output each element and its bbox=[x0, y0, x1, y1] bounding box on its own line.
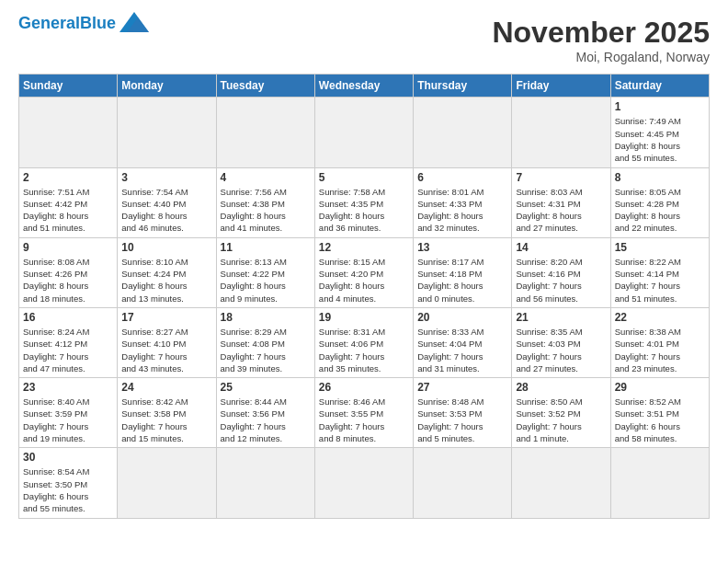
calendar-cell: 11Sunrise: 8:13 AM Sunset: 4:22 PM Dayli… bbox=[216, 237, 314, 307]
day-info: Sunrise: 8:27 AM Sunset: 4:10 PM Dayligh… bbox=[121, 326, 211, 374]
calendar-cell: 3Sunrise: 7:54 AM Sunset: 4:40 PM Daylig… bbox=[118, 167, 216, 237]
calendar-cell: 13Sunrise: 8:17 AM Sunset: 4:18 PM Dayli… bbox=[414, 237, 512, 307]
day-number: 22 bbox=[615, 311, 705, 324]
day-number: 24 bbox=[121, 381, 211, 394]
day-number: 26 bbox=[319, 381, 409, 394]
calendar-cell bbox=[314, 448, 413, 518]
weekday-header: Tuesday bbox=[216, 75, 314, 98]
calendar-week: 1Sunrise: 7:49 AM Sunset: 4:45 PM Daylig… bbox=[19, 98, 710, 167]
day-info: Sunrise: 8:10 AM Sunset: 4:24 PM Dayligh… bbox=[121, 256, 211, 304]
day-info: Sunrise: 8:24 AM Sunset: 4:12 PM Dayligh… bbox=[23, 326, 113, 374]
day-info: Sunrise: 8:52 AM Sunset: 3:51 PM Dayligh… bbox=[615, 396, 705, 444]
day-number: 13 bbox=[417, 241, 507, 254]
day-number: 23 bbox=[23, 381, 113, 394]
calendar-cell bbox=[19, 98, 118, 167]
day-number: 8 bbox=[615, 171, 705, 184]
calendar-week: 16Sunrise: 8:24 AM Sunset: 4:12 PM Dayli… bbox=[19, 307, 710, 377]
day-number: 28 bbox=[516, 381, 606, 394]
calendar-cell: 16Sunrise: 8:24 AM Sunset: 4:12 PM Dayli… bbox=[19, 307, 118, 377]
day-number: 16 bbox=[23, 311, 113, 324]
day-number: 17 bbox=[121, 311, 211, 324]
calendar-cell: 9Sunrise: 8:08 AM Sunset: 4:26 PM Daylig… bbox=[19, 237, 118, 307]
calendar-cell: 6Sunrise: 8:01 AM Sunset: 4:33 PM Daylig… bbox=[414, 167, 512, 237]
logo-icon bbox=[119, 12, 149, 32]
calendar-cell bbox=[610, 448, 709, 518]
day-info: Sunrise: 8:13 AM Sunset: 4:22 PM Dayligh… bbox=[221, 256, 311, 304]
day-info: Sunrise: 8:20 AM Sunset: 4:16 PM Dayligh… bbox=[516, 256, 606, 304]
day-number: 15 bbox=[615, 241, 705, 254]
logo-blue: Blue bbox=[80, 14, 116, 32]
calendar-cell bbox=[414, 448, 512, 518]
day-number: 20 bbox=[417, 311, 507, 324]
calendar-cell: 25Sunrise: 8:44 AM Sunset: 3:56 PM Dayli… bbox=[216, 378, 314, 448]
weekday-header: Monday bbox=[118, 75, 216, 98]
calendar-cell: 12Sunrise: 8:15 AM Sunset: 4:20 PM Dayli… bbox=[314, 237, 413, 307]
day-info: Sunrise: 8:46 AM Sunset: 3:55 PM Dayligh… bbox=[319, 396, 409, 444]
day-number: 10 bbox=[121, 241, 211, 254]
calendar-cell: 26Sunrise: 8:46 AM Sunset: 3:55 PM Dayli… bbox=[314, 378, 413, 448]
calendar-cell: 7Sunrise: 8:03 AM Sunset: 4:31 PM Daylig… bbox=[512, 167, 610, 237]
calendar-cell: 28Sunrise: 8:50 AM Sunset: 3:52 PM Dayli… bbox=[512, 378, 610, 448]
calendar-week: 30Sunrise: 8:54 AM Sunset: 3:50 PM Dayli… bbox=[19, 448, 710, 518]
logo-general: General bbox=[18, 14, 80, 32]
weekday-row: SundayMondayTuesdayWednesdayThursdayFrid… bbox=[19, 75, 710, 98]
day-number: 7 bbox=[516, 171, 606, 184]
calendar-cell: 22Sunrise: 8:38 AM Sunset: 4:01 PM Dayli… bbox=[610, 307, 709, 377]
calendar-cell: 30Sunrise: 8:54 AM Sunset: 3:50 PM Dayli… bbox=[19, 448, 118, 518]
calendar-cell: 14Sunrise: 8:20 AM Sunset: 4:16 PM Dayli… bbox=[512, 237, 610, 307]
calendar-cell: 18Sunrise: 8:29 AM Sunset: 4:08 PM Dayli… bbox=[216, 307, 314, 377]
day-number: 12 bbox=[319, 241, 409, 254]
calendar-cell: 8Sunrise: 8:05 AM Sunset: 4:28 PM Daylig… bbox=[610, 167, 709, 237]
calendar-cell: 1Sunrise: 7:49 AM Sunset: 4:45 PM Daylig… bbox=[610, 98, 709, 167]
day-info: Sunrise: 8:54 AM Sunset: 3:50 PM Dayligh… bbox=[23, 465, 113, 514]
calendar-cell bbox=[512, 448, 610, 518]
day-info: Sunrise: 7:51 AM Sunset: 4:42 PM Dayligh… bbox=[23, 186, 113, 235]
calendar-cell bbox=[118, 448, 216, 518]
calendar-week: 9Sunrise: 8:08 AM Sunset: 4:26 PM Daylig… bbox=[19, 237, 710, 307]
calendar-cell bbox=[314, 98, 413, 167]
header: GeneralBlue November 2025 Moi, Rogaland,… bbox=[18, 15, 710, 64]
day-number: 25 bbox=[221, 381, 311, 394]
day-number: 3 bbox=[121, 171, 211, 184]
calendar-cell bbox=[216, 98, 314, 167]
day-info: Sunrise: 7:56 AM Sunset: 4:38 PM Dayligh… bbox=[221, 186, 311, 235]
day-info: Sunrise: 8:05 AM Sunset: 4:28 PM Dayligh… bbox=[615, 186, 705, 235]
day-info: Sunrise: 8:08 AM Sunset: 4:26 PM Dayligh… bbox=[23, 256, 113, 304]
day-number: 14 bbox=[516, 241, 606, 254]
day-info: Sunrise: 7:58 AM Sunset: 4:35 PM Dayligh… bbox=[319, 186, 409, 235]
day-info: Sunrise: 8:22 AM Sunset: 4:14 PM Dayligh… bbox=[615, 256, 705, 304]
day-number: 2 bbox=[23, 171, 113, 184]
day-info: Sunrise: 7:49 AM Sunset: 4:45 PM Dayligh… bbox=[615, 115, 705, 164]
day-number: 18 bbox=[221, 311, 311, 324]
day-info: Sunrise: 8:42 AM Sunset: 3:58 PM Dayligh… bbox=[121, 396, 211, 444]
day-number: 1 bbox=[615, 100, 705, 113]
weekday-header: Sunday bbox=[19, 75, 118, 98]
calendar-cell: 23Sunrise: 8:40 AM Sunset: 3:59 PM Dayli… bbox=[19, 378, 118, 448]
calendar-cell bbox=[216, 448, 314, 518]
calendar-cell: 4Sunrise: 7:56 AM Sunset: 4:38 PM Daylig… bbox=[216, 167, 314, 237]
day-number: 29 bbox=[615, 381, 705, 394]
calendar-cell: 27Sunrise: 8:48 AM Sunset: 3:53 PM Dayli… bbox=[414, 378, 512, 448]
day-info: Sunrise: 8:44 AM Sunset: 3:56 PM Dayligh… bbox=[221, 396, 311, 444]
day-number: 9 bbox=[23, 241, 113, 254]
day-info: Sunrise: 8:01 AM Sunset: 4:33 PM Dayligh… bbox=[417, 186, 507, 235]
calendar-cell: 2Sunrise: 7:51 AM Sunset: 4:42 PM Daylig… bbox=[19, 167, 118, 237]
weekday-header: Thursday bbox=[414, 75, 512, 98]
day-info: Sunrise: 8:38 AM Sunset: 4:01 PM Dayligh… bbox=[615, 326, 705, 374]
calendar-week: 2Sunrise: 7:51 AM Sunset: 4:42 PM Daylig… bbox=[19, 167, 710, 237]
calendar-cell bbox=[118, 98, 216, 167]
day-number: 21 bbox=[516, 311, 606, 324]
weekday-header: Wednesday bbox=[314, 75, 413, 98]
calendar-header: SundayMondayTuesdayWednesdayThursdayFrid… bbox=[19, 75, 710, 98]
day-number: 27 bbox=[417, 381, 507, 394]
logo: GeneralBlue bbox=[18, 15, 149, 33]
day-number: 6 bbox=[417, 171, 507, 184]
calendar-cell: 29Sunrise: 8:52 AM Sunset: 3:51 PM Dayli… bbox=[610, 378, 709, 448]
location: Moi, Rogaland, Norway bbox=[492, 50, 710, 64]
month-title: November 2025 bbox=[492, 15, 710, 50]
calendar-cell bbox=[512, 98, 610, 167]
calendar-cell: 19Sunrise: 8:31 AM Sunset: 4:06 PM Dayli… bbox=[314, 307, 413, 377]
day-number: 30 bbox=[23, 451, 113, 464]
day-info: Sunrise: 8:31 AM Sunset: 4:06 PM Dayligh… bbox=[319, 326, 409, 374]
day-number: 5 bbox=[319, 171, 409, 184]
